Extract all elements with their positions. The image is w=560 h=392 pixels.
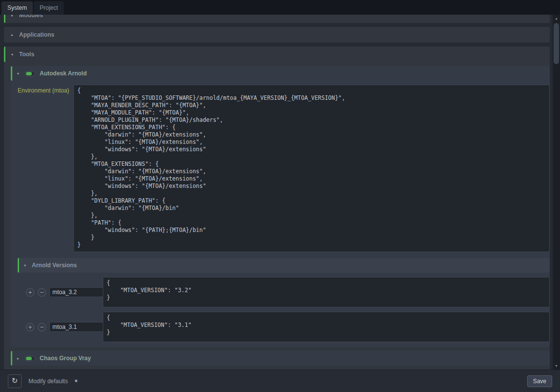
arnold-enabled-toggle[interactable] [25, 71, 35, 76]
tab-system[interactable]: System [1, 1, 33, 15]
tab-project[interactable]: Project [34, 1, 64, 15]
section-header-modules[interactable]: ▸ Modules [4, 15, 550, 23]
group-header-chaos-group-vray[interactable]: ▸ Chaos Group Vray [11, 351, 550, 366]
group-arnold-versions: ▾ Arnold Versions + − { "MTOA_VERSION": … [18, 258, 550, 342]
remove-version-button[interactable]: − [38, 288, 46, 297]
expand-arrow-icon: ▾ [16, 71, 21, 76]
expand-arrow-icon: ▾ [23, 263, 27, 268]
group-autodesk-arnold: ▾ Autodesk Arnold Environment (mtoa) { "… [11, 66, 550, 347]
collapse-arrow-icon: ▸ [10, 15, 15, 18]
section-header-applications[interactable]: ▸ Applications [4, 27, 550, 43]
toggle-knob-icon [26, 72, 32, 75]
refresh-icon: ↻ [12, 377, 18, 385]
version-json-textarea[interactable]: { "MTOA_VERSION": "3.2" } [103, 277, 550, 307]
modify-defaults-label: Modify defaults [28, 378, 68, 385]
section-title-applications: Applications [19, 31, 54, 38]
section-header-tools[interactable]: ▾ Tools [4, 46, 550, 62]
add-version-button[interactable]: + [26, 288, 34, 297]
modify-defaults-checkbox[interactable]: ■ [75, 379, 77, 383]
group-chaos-group-vray: ▸ Chaos Group Vray [11, 351, 550, 366]
remove-version-button[interactable]: − [38, 323, 46, 331]
settings-scroll-area: ▸ Modules ▸ Applications ▾ Tools [0, 15, 553, 369]
collapse-arrow-icon: ▸ [16, 356, 21, 361]
section-title-tools: Tools [19, 51, 34, 58]
collapse-arrow-icon: ▸ [10, 33, 15, 37]
refresh-button[interactable]: ↻ [8, 374, 22, 388]
footer-bar: ↻ Modify defaults ■ Save [0, 369, 560, 392]
version-row: + − { "MTOA_VERSION": "3.1" } [18, 312, 550, 342]
settings-window: System Project ▸ Modules ▸ Applications … [0, 0, 560, 392]
section-tools: ▾ Tools ▾ Autodesk Arnold Environment (m… [4, 46, 550, 369]
version-name-input[interactable] [49, 287, 103, 297]
environment-json-textarea[interactable]: { "MTOA": "{PYPE_STUDIO_SOFTWARE}/arnold… [73, 85, 550, 252]
version-row-controls: + − [18, 312, 103, 342]
group-title-autodesk-arnold: Autodesk Arnold [40, 70, 87, 77]
add-version-button[interactable]: + [26, 323, 34, 331]
version-name-input[interactable] [49, 322, 103, 332]
version-json-textarea[interactable]: { "MTOA_VERSION": "3.1" } [103, 312, 550, 342]
group-header-autodesk-arnold[interactable]: ▾ Autodesk Arnold [11, 66, 550, 81]
save-button[interactable]: Save [527, 375, 552, 387]
group-title-chaos-group-vray: Chaos Group Vray [40, 355, 91, 362]
group-title-arnold-versions: Arnold Versions [32, 262, 77, 269]
group-header-arnold-versions[interactable]: ▾ Arnold Versions [18, 258, 550, 273]
scrollbar-thumb[interactable] [554, 23, 559, 64]
scrollbar-up-arrow-icon[interactable]: ▲ [553, 15, 560, 22]
section-title-modules: Modules [19, 15, 43, 19]
toggle-knob-icon [26, 357, 32, 360]
expand-arrow-icon: ▾ [10, 52, 15, 57]
vertical-scrollbar[interactable]: ▲ ▼ [553, 15, 560, 369]
scrollbar-track[interactable] [553, 22, 560, 362]
environment-label: Environment (mtoa) [18, 85, 73, 94]
vray-enabled-toggle[interactable] [25, 356, 35, 361]
tab-bar: System Project [0, 0, 560, 15]
settings-main: ▸ Modules ▸ Applications ▾ Tools [0, 15, 560, 369]
section-applications: ▸ Applications [4, 27, 550, 43]
version-row: + − { "MTOA_VERSION": "3.2" } [18, 277, 550, 307]
scrollbar-down-arrow-icon[interactable]: ▼ [553, 362, 560, 369]
version-row-controls: + − [18, 277, 103, 307]
tools-body: ▾ Autodesk Arnold Environment (mtoa) { "… [4, 66, 550, 369]
environment-row: Environment (mtoa) { "MTOA": "{PYPE_STUD… [11, 81, 550, 258]
section-modules: ▸ Modules [4, 15, 550, 23]
